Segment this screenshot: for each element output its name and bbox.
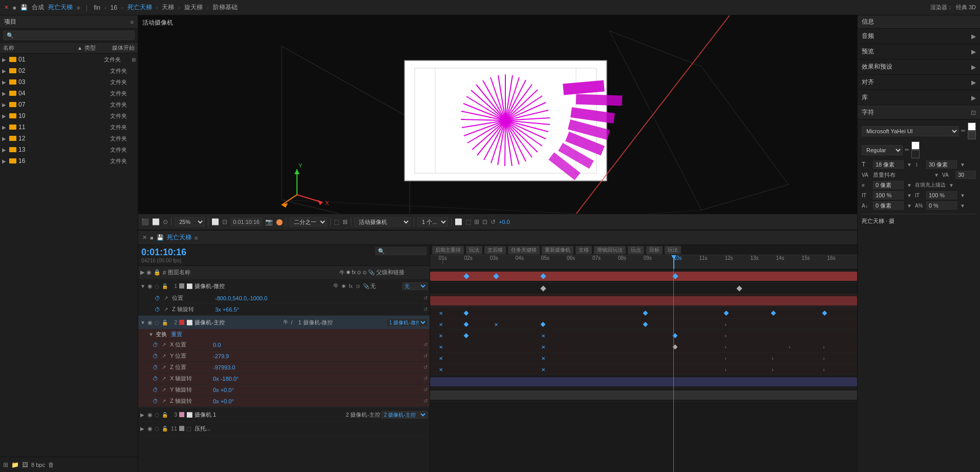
prop-stopwatch-2b[interactable]: ⏱ [153,353,160,359]
timeline-close[interactable]: ✕ [142,234,147,241]
prop-value-2e[interactable]: 0x +0.0° [213,387,421,393]
timeline-search-input[interactable] [375,247,427,255]
kf-2zd[interactable] [673,333,678,338]
layer-solo-11[interactable]: ◌ [155,426,161,432]
kf-2zrc[interactable]: › [725,366,726,372]
library-section[interactable]: 库 ▶ [858,90,980,106]
layer-main-3[interactable]: ▶ ◉ ◌ 🔓 3 ⬜ 摄像机 1 2 摄像机-主控 2 摄像机-主控 [138,408,430,421]
prop-reset-2d[interactable]: ↺ [423,376,428,381]
file-item-12[interactable]: ▶ 12 文件夹 [0,133,138,144]
transform-expand[interactable]: ▼ [148,332,154,337]
font-style-edit-icon[interactable]: ✏ [905,147,909,153]
layer-vis-2[interactable]: ◉ [147,319,154,326]
audio-section[interactable]: 音频 ▶ [858,29,980,44]
file-item-03[interactable]: ▶ 03 文件夹 [0,76,138,88]
char-expand-icon[interactable]: ⊡ [971,109,976,116]
preview-section[interactable]: 预览 ▶ [858,44,980,59]
prop-value-2c[interactable]: -97993.0 [213,364,421,371]
kf-2yrc[interactable]: › [725,355,726,361]
kf-2yrb[interactable]: ✕ [541,355,545,361]
tsukuri-dropdown[interactable]: ▼ [960,203,965,209]
layer-lock-2[interactable]: 🔓 [162,320,168,325]
kf-2xrf[interactable]: › [823,344,824,350]
keyframe-z1[interactable] [540,285,546,291]
zoom-select[interactable]: 25% 50% 100% [175,217,205,227]
prop-reset-1a[interactable]: ↺ [423,295,428,301]
lock-icon[interactable]: ■ [13,5,16,11]
prop-value-2f[interactable]: 0x +0.0° [213,398,421,404]
kf-2yf[interactable]: › [725,321,726,327]
align-section[interactable]: 对齐 ▶ [858,75,980,90]
tracking-input[interactable] [955,171,976,179]
text-stroke-color2[interactable] [911,150,920,158]
timecode-display[interactable]: 0:01:10:16 [230,218,262,226]
layer-circle2-1[interactable]: 📎 [363,283,369,289]
layer-ctrl-1[interactable]: ▶ [140,269,144,276]
prop-graph-1a[interactable]: ↗ [164,295,170,301]
prop-stopwatch-2f[interactable]: ⏱ [153,398,160,404]
layer-main-11[interactable]: ▶ ◉ ◌ 🔓 11 ⬚ 压托... [138,422,430,435]
prop-value-1b[interactable]: 3x +66.5° [215,306,421,313]
preview-tool-icon-5[interactable]: ⊡ [222,218,227,225]
color-icon[interactable]: ⬤ [276,218,283,225]
kf-2ze[interactable]: › [725,333,726,338]
layer-solo-3[interactable]: ◌ [155,412,161,418]
split-select[interactable]: 二分之一 三分之一 完整 [289,217,327,227]
scale-h-dropdown[interactable]: ▼ [907,193,912,198]
prop-graph-2d[interactable]: ↗ [162,376,168,381]
layer-vis-1[interactable]: ◉ [147,283,154,290]
kf-2xf[interactable] [822,311,827,316]
file-item-10[interactable]: ▶ 10 文件夹 [0,110,138,121]
file-item-01[interactable]: ▶ 01 文件夹 ⊞ [0,54,138,65]
prop-value-2a[interactable]: 0.0 [213,342,421,348]
transform-reset[interactable]: 重置 [171,331,182,338]
parent-select-3[interactable]: 2 摄像机-主控 [381,411,428,419]
prop-stopwatch-2d[interactable]: ⏱ [153,376,160,382]
effects-section[interactable]: 效果和预设 ▶ [858,59,980,75]
font-style-select[interactable]: Regular Bold Italic [862,145,903,155]
timeline-lock[interactable]: ■ [150,235,154,241]
prop-graph-2c[interactable]: ↗ [162,364,168,370]
prop-reset-2f[interactable]: ↺ [423,398,428,404]
kf-2yd[interactable] [540,322,545,327]
view-select[interactable]: 1 个... [417,217,448,227]
kf-2xc[interactable] [643,311,648,316]
kf-2zrd[interactable]: › [772,366,773,372]
kf-2za[interactable]: ✕ [439,333,443,338]
kf-2xa[interactable]: ✕ [439,310,443,316]
layer-star-1[interactable]: ✱ [342,283,348,289]
layer-vis-3[interactable]: ◉ [147,412,154,418]
baseline-input[interactable] [873,201,904,210]
fill-dropdown[interactable]: ▼ [949,182,954,188]
layer-expand-11[interactable]: ▶ [140,426,146,432]
tracking-dropdown[interactable]: ▼ [934,172,939,178]
prop-value-2b[interactable]: -279.9 [213,353,421,359]
preview-tool-icon-4[interactable]: ⬜ [211,218,219,225]
kf-2zc[interactable]: ✕ [541,333,545,338]
kf-2xb[interactable] [463,311,468,316]
preview-tool-icon-1[interactable]: ⬛ [141,218,149,225]
text-stroke-color[interactable] [968,131,976,139]
kf-2yre[interactable]: › [823,355,824,361]
camera-select[interactable]: 活动摄像机 [354,217,411,227]
view-icon-3[interactable]: ⊞ [474,218,479,225]
kf-2xrb[interactable]: ✕ [541,344,545,350]
font-size-input[interactable] [873,160,904,169]
breadcrumb-jiji[interactable]: 阶梯基础 [213,3,238,12]
file-item-04[interactable]: ▶ 04 文件夹 [0,88,138,99]
kf-2xre[interactable]: › [789,344,791,350]
preview-tool-icon-3[interactable]: ⊙ [163,218,168,225]
parent-select-2[interactable]: 1 摄像机-微控 [387,319,428,326]
kf-2xrd[interactable]: › [725,344,726,350]
prop-stopwatch-1b[interactable]: ⏱ [155,306,162,313]
prop-value-2d[interactable]: 0x -180.0° [213,376,421,382]
kf-2zb[interactable] [463,333,468,338]
leading-input[interactable] [873,181,904,189]
timecode-main[interactable]: 0:01:10:16 [141,247,186,258]
file-item-02[interactable]: ▶ 02 文件夹 [0,65,138,76]
new-comp-icon[interactable]: 🖼 [22,461,28,468]
project-search-input[interactable] [3,31,135,40]
kf-2yrd[interactable]: › [772,355,773,361]
prop-reset-2a[interactable]: ↺ [423,342,428,347]
prop-reset-2b[interactable]: ↺ [423,353,428,359]
